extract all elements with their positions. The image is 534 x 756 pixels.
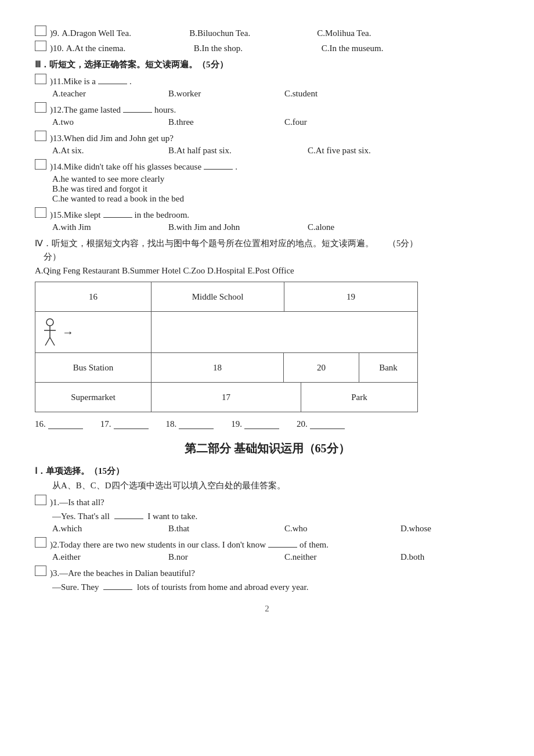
- part2-title: 第二部分 基础知识运用（65分）: [35, 441, 499, 456]
- map-cell-bus-station: Bus Station: [35, 353, 151, 382]
- p2q3-label: )3.—Are the beaches in Dalian beautiful?: [50, 568, 195, 578]
- q14-bracket: [35, 159, 46, 170]
- p2q2-line: )2.Today there are two new students in o…: [35, 537, 499, 550]
- q9-line: )9. A.Dragon Well Tea. B.Biluochun Tea. …: [35, 26, 499, 38]
- map-cell-17: 17: [151, 383, 301, 412]
- arrow-right-icon: →: [62, 326, 74, 339]
- ans-16: 16.: [35, 419, 83, 429]
- p2q2-D: D.both: [400, 552, 517, 562]
- section4-header: Ⅳ．听短文，根据短文内容，找出与图中每个题号所在位置相对应的地点。短文读两遍。 …: [35, 238, 499, 249]
- ans-20-label: 20.: [297, 419, 308, 429]
- p2q2-options: A.either B.nor C.neither D.both: [52, 552, 499, 562]
- q13-line: )13.When did Jim and John get up?: [35, 131, 499, 143]
- q15-bracket: [35, 207, 46, 218]
- q12-options: A.two B.three C.four: [52, 117, 499, 127]
- q12-line: )12.The game lasted hours.: [35, 102, 499, 115]
- q13-bracket: [35, 131, 46, 141]
- map-grid: 16 Middle School 19 → Bus Station 18 20 …: [35, 282, 418, 412]
- p2q3-line1: )3.—Are the beaches in Dalian beautiful?: [35, 566, 499, 578]
- ans-16-blank[interactable]: [48, 420, 83, 429]
- q14-block: )14.Mike didn't take off his glasses bec…: [35, 159, 499, 204]
- map-cell-19: 19: [284, 282, 417, 311]
- q11-end: .: [129, 77, 132, 87]
- p2q1-line1: )1.—Is that all?: [35, 495, 499, 507]
- map-row-2: →: [35, 311, 417, 352]
- answer-blanks: 16. 17. 18. 19. 20.: [35, 419, 499, 429]
- p2q3-blank: [103, 581, 132, 590]
- p2q1-line2-text: —Yes. That's all: [52, 512, 110, 521]
- q14-blank: [204, 160, 233, 170]
- page-number: 2: [35, 604, 499, 614]
- q13-A: A.At six.: [52, 146, 168, 156]
- q9-A: A.Dragon Well Tea.: [62, 28, 189, 38]
- p2q1-D: D.whose: [400, 524, 517, 534]
- ans-19-blank[interactable]: [244, 420, 279, 429]
- q15-line: )15.Mike slept in the bedroom.: [35, 207, 499, 220]
- q12-A: A.two: [52, 117, 168, 127]
- q11-line: )11.Mike is a .: [35, 74, 499, 87]
- p2q2-A: A.either: [52, 552, 168, 562]
- p2q1-options: A.which B.that C.who D.whose: [52, 524, 499, 534]
- q11-A: A.teacher: [52, 89, 168, 99]
- q12-end: hours.: [154, 105, 176, 115]
- q13-B: B.At half past six.: [168, 146, 308, 156]
- p2q1-C: C.who: [284, 524, 400, 534]
- p2q1-bracket: [35, 495, 46, 505]
- q11-C: C.student: [284, 89, 400, 99]
- q13-block: )13.When did Jim and John get up? A.At s…: [35, 131, 499, 156]
- map-row-4: Supermarket 17 Park: [35, 382, 417, 412]
- map-cell-20: 20: [284, 353, 359, 382]
- ans-17-blank[interactable]: [114, 420, 149, 429]
- p2q2-C: C.neither: [284, 552, 400, 562]
- section4-points: （5分）: [388, 239, 418, 248]
- p2q3-end: lots of tourists from home and abroad ev…: [137, 582, 308, 592]
- ans-18-label: 18.: [166, 419, 177, 429]
- p2q3-block: )3.—Are the beaches in Dalian beautiful?…: [35, 566, 499, 592]
- ans-19: 19.: [231, 419, 279, 429]
- map-cell-figure: →: [35, 312, 151, 352]
- svg-line-4: [50, 337, 55, 345]
- q12-label: )12.The game lasted: [50, 105, 121, 115]
- q9-label: )9.: [50, 28, 59, 38]
- section4-header-line2: 分）: [35, 251, 499, 262]
- ans-18-blank[interactable]: [179, 420, 214, 429]
- map-cell-18: 18: [151, 353, 284, 382]
- p2q1-A: A.which: [52, 524, 168, 534]
- p2q1-B: B.that: [168, 524, 284, 534]
- q12-bracket: [35, 102, 46, 113]
- q10-label: )10.: [50, 44, 64, 53]
- p2q3-line2-text: —Sure. They: [52, 582, 99, 592]
- q11-label: )11.Mike is a: [50, 77, 96, 87]
- q10-B: B.In the shop.: [194, 44, 322, 53]
- ans-20-blank[interactable]: [310, 420, 345, 429]
- q14-A: A.he wanted to see more clearly: [52, 174, 499, 184]
- q10-C: C.In the museum.: [322, 44, 384, 53]
- q14-line: )14.Mike didn't take off his glasses bec…: [35, 159, 499, 172]
- svg-line-3: [45, 337, 50, 345]
- section4-options-line: A.Qing Feng Restaurant B.Summer Hotel C.…: [35, 266, 499, 276]
- map-row-1: 16 Middle School 19: [35, 282, 417, 311]
- q14-options: A.he wanted to see more clearly B.he was…: [52, 174, 499, 204]
- q12-blank: [123, 103, 152, 113]
- q14-end: .: [235, 162, 237, 172]
- q15-options: A.with Jim B.with Jim and John C.alone: [52, 222, 499, 232]
- q15-B: B.with Jim and John: [168, 222, 308, 232]
- q13-options: A.At six. B.At half past six. C.At five …: [52, 146, 499, 156]
- p2q2-blank: [268, 538, 297, 548]
- ans-16-label: 16.: [35, 419, 46, 429]
- ans-19-label: 19.: [231, 419, 242, 429]
- p2q2-block: )2.Today there are two new students in o…: [35, 537, 499, 562]
- map-cell-park: Park: [301, 383, 417, 412]
- q10-bracket: [35, 41, 46, 51]
- q15-A: A.with Jim: [52, 222, 168, 232]
- q10-line: )10. A.At the cinema. B.In the shop. C.I…: [35, 41, 499, 53]
- q13-label: )13.When did Jim and John get up?: [50, 134, 174, 143]
- q14-B: B.he was tired and forgot it: [52, 184, 499, 194]
- p2q2-end: of them.: [300, 540, 329, 550]
- p2q1-end: I want to take.: [147, 512, 197, 521]
- q14-label: )14.Mike didn't take off his glasses bec…: [50, 162, 201, 172]
- q13-C: C.At five past six.: [308, 146, 424, 156]
- map-cell-supermarket: Supermarket: [35, 383, 151, 412]
- q12-block: )12.The game lasted hours. A.two B.three…: [35, 102, 499, 127]
- q11-bracket: [35, 74, 46, 84]
